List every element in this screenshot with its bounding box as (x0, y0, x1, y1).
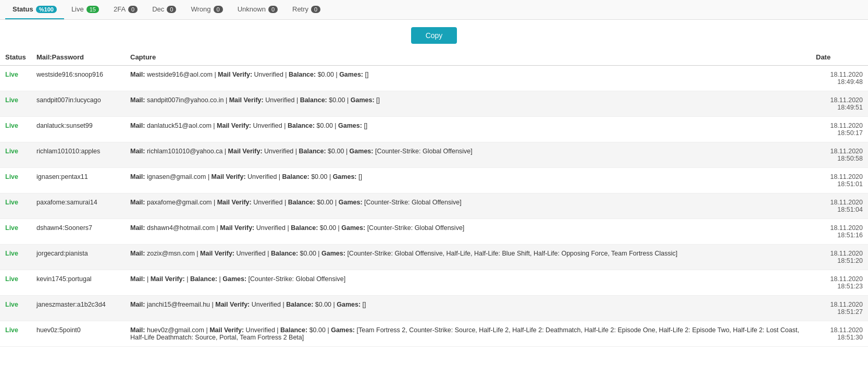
tab-wrong[interactable]: Wrong0 (183, 0, 230, 19)
status-value: Live (5, 96, 18, 104)
cell-mail-password: paxafome:samurai14 (31, 193, 125, 219)
table-row: Livedshawn4:Sooners7Mail: dshawn4@hotmai… (0, 219, 868, 245)
tab-label-unknown: Unknown (238, 5, 266, 13)
cell-status: Live (0, 245, 31, 270)
tab-badge-status: %100 (36, 6, 57, 13)
table-row: Livesandpit007in:lucycagoMail: sandpit00… (0, 91, 868, 117)
cell-capture: Mail: sandpit007in@yahoo.co.in | Mail Ve… (125, 91, 811, 117)
table-header: Status Mail:Password Capture Date (0, 49, 868, 66)
tab-2fa[interactable]: 2FA0 (106, 0, 145, 19)
data-table: Status Mail:Password Capture Date Livewe… (0, 49, 868, 347)
status-value: Live (5, 301, 18, 308)
cell-mail-password: sandpit007in:lucycago (31, 91, 125, 117)
table-row: Livepaxafome:samurai14Mail: paxafome@gma… (0, 193, 868, 219)
tab-dec[interactable]: Dec0 (145, 0, 183, 19)
cell-status: Live (0, 296, 31, 321)
tab-bar: Status%100Live152FA0Dec0Wrong0Unknown0Re… (0, 0, 868, 20)
copy-area: Copy (0, 20, 868, 49)
status-value: Live (5, 224, 18, 232)
status-value: Live (5, 148, 18, 155)
cell-date: 18.11.202018:50:58 (811, 142, 868, 168)
table-row: Livejaneszmaster:a1b2c3d4Mail: janchi15@… (0, 296, 868, 321)
tab-badge-unknown: 0 (268, 6, 278, 13)
cell-date: 18.11.202018:50:17 (811, 117, 868, 142)
status-value: Live (5, 199, 18, 206)
cell-capture: Mail: paxafome@gmail.com | Mail Verify: … (125, 193, 811, 219)
header-capture: Capture (125, 49, 811, 66)
cell-capture: Mail: richlam101010@yahoo.ca | Mail Veri… (125, 142, 811, 168)
table-row: Livejorgecard:pianistaMail: zozix@msn.co… (0, 245, 868, 270)
table-row: Livedanlatuck:sunset99Mail: danlatuck51@… (0, 117, 868, 142)
cell-status: Live (0, 270, 31, 296)
status-value: Live (5, 250, 18, 257)
status-value: Live (5, 275, 18, 283)
cell-capture: Mail: huev0z@gmail.com | Mail Verify: Un… (125, 321, 811, 347)
header-mail: Mail:Password (31, 49, 125, 66)
cell-status: Live (0, 219, 31, 245)
cell-status: Live (0, 168, 31, 193)
tab-label-dec: Dec (152, 5, 164, 13)
cell-capture: Mail: dshawn4@hotmail.com | Mail Verify:… (125, 219, 811, 245)
cell-status: Live (0, 66, 31, 91)
cell-status: Live (0, 117, 31, 142)
cell-mail-password: danlatuck:sunset99 (31, 117, 125, 142)
status-value: Live (5, 173, 18, 180)
cell-date: 18.11.202018:51:30 (811, 321, 868, 347)
tab-label-retry: Retry (292, 5, 308, 13)
copy-button[interactable]: Copy (411, 27, 457, 44)
status-value: Live (5, 326, 18, 334)
tab-label-live: Live (71, 5, 84, 13)
cell-capture: Mail: zozix@msn.com | Mail Verify: Unver… (125, 245, 811, 270)
cell-status: Live (0, 142, 31, 168)
table-body: Livewestside916:snoop916Mail: westside91… (0, 66, 868, 347)
tab-badge-dec: 0 (167, 6, 176, 13)
cell-capture: Mail: janchi15@freemail.hu | Mail Verify… (125, 296, 811, 321)
tab-badge-retry: 0 (311, 6, 320, 13)
cell-mail-password: richlam101010:apples (31, 142, 125, 168)
tab-badge-live: 15 (86, 6, 99, 13)
table-row: Liverichlam101010:applesMail: richlam101… (0, 142, 868, 168)
cell-date: 18.11.202018:49:48 (811, 66, 868, 91)
cell-date: 18.11.202018:51:23 (811, 270, 868, 296)
cell-mail-password: huev0z:5point0 (31, 321, 125, 347)
cell-status: Live (0, 193, 31, 219)
cell-mail-password: dshawn4:Sooners7 (31, 219, 125, 245)
cell-status: Live (0, 91, 31, 117)
status-value: Live (5, 71, 18, 78)
tab-badge-wrong: 0 (214, 6, 223, 13)
table-row: Livekevin1745:portugalMail: | Mail Verif… (0, 270, 868, 296)
cell-capture: Mail: ignasen@gmail.com | Mail Verify: U… (125, 168, 811, 193)
cell-date: 18.11.202018:51:16 (811, 219, 868, 245)
cell-mail-password: kevin1745:portugal (31, 270, 125, 296)
table-row: Liveignasen:pentax11Mail: ignasen@gmail.… (0, 168, 868, 193)
status-value: Live (5, 122, 18, 129)
cell-mail-password: janeszmaster:a1b2c3d4 (31, 296, 125, 321)
cell-date: 18.11.202018:49:51 (811, 91, 868, 117)
tab-badge-2fa: 0 (128, 6, 138, 13)
cell-capture: Mail: danlatuck51@aol.com | Mail Verify:… (125, 117, 811, 142)
tab-label-wrong: Wrong (191, 5, 210, 13)
tab-label-status: Status (13, 5, 33, 13)
cell-date: 18.11.202018:51:27 (811, 296, 868, 321)
tab-status[interactable]: Status%100 (5, 0, 64, 19)
tab-live[interactable]: Live15 (64, 0, 106, 19)
header-status: Status (0, 49, 31, 66)
cell-date: 18.11.202018:51:01 (811, 168, 868, 193)
cell-date: 18.11.202018:51:20 (811, 245, 868, 270)
table-row: Livehuev0z:5point0Mail: huev0z@gmail.com… (0, 321, 868, 347)
cell-mail-password: westside916:snoop916 (31, 66, 125, 91)
tab-retry[interactable]: Retry0 (285, 0, 328, 19)
tab-unknown[interactable]: Unknown0 (230, 0, 285, 19)
cell-mail-password: jorgecard:pianista (31, 245, 125, 270)
cell-capture: Mail: | Mail Verify: | Balance: | Games:… (125, 270, 811, 296)
cell-capture: Mail: westside916@aol.com | Mail Verify:… (125, 66, 811, 91)
table-row: Livewestside916:snoop916Mail: westside91… (0, 66, 868, 91)
cell-mail-password: ignasen:pentax11 (31, 168, 125, 193)
cell-date: 18.11.202018:51:04 (811, 193, 868, 219)
header-date: Date (811, 49, 868, 66)
tab-label-2fa: 2FA (114, 5, 126, 13)
cell-status: Live (0, 321, 31, 347)
